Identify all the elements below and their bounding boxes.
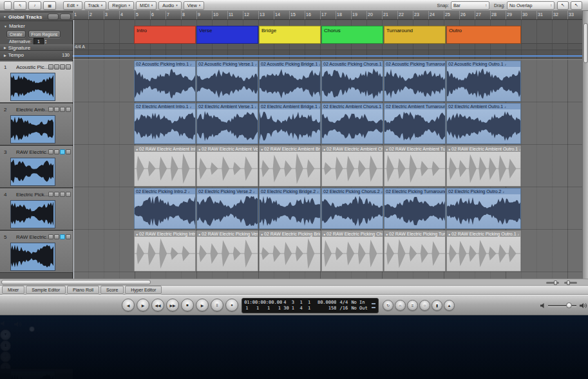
snap-dropdown[interactable]: Bar ↕ xyxy=(451,1,489,10)
catch-playhead-button[interactable]: ♪ xyxy=(28,1,41,10)
record-enable-button[interactable] xyxy=(48,234,53,239)
record-enable-button[interactable] xyxy=(48,149,53,154)
audio-region[interactable]: ●02 RAW Electric Ambient Bridge.1♪ xyxy=(259,145,321,187)
tempo-curve-line[interactable] xyxy=(73,55,582,57)
mute-button[interactable] xyxy=(60,234,65,239)
sync-button[interactable]: ▮ xyxy=(432,300,442,311)
audio-region[interactable]: 02 Acoustic Picking Outro.1♪ xyxy=(446,60,521,102)
mute-button[interactable] xyxy=(60,149,65,154)
protect-button[interactable] xyxy=(66,234,71,239)
audio-region[interactable]: 02 Electric Ambient Outro.1♪ xyxy=(446,103,521,144)
solo-button[interactable] xyxy=(54,149,59,154)
menu-region[interactable]: Region▾ xyxy=(108,1,134,10)
menu-view[interactable]: View▾ xyxy=(184,1,205,10)
marker-from-regions-button[interactable]: From Regions xyxy=(28,30,61,38)
rewind-button[interactable]: ◀◀ xyxy=(151,299,164,311)
audio-region[interactable]: 02 Electric Picking Turnaround.2♪ xyxy=(384,188,446,229)
marker-create-button[interactable]: Create xyxy=(6,30,26,38)
horizontal-scrollbar[interactable] xyxy=(0,279,588,285)
protect-button[interactable] xyxy=(66,192,71,197)
vertical-zoom-slider[interactable] xyxy=(564,282,577,284)
audio-region[interactable]: ●02 RAW Electric Ambient Verse.1♪ xyxy=(196,145,258,187)
replace-button[interactable]: ≡ xyxy=(407,300,418,311)
audio-region[interactable]: ●02 RAW Electric Ambient Outro.1♪ xyxy=(446,145,521,187)
audio-region[interactable]: 02 Acoustic Picking Intro.1♪ xyxy=(134,60,196,102)
go-to-beginning-button[interactable]: ◀ xyxy=(122,299,135,311)
tempo-lane[interactable] xyxy=(73,50,582,60)
audio-region[interactable]: 02 Electric Ambient Turnaround.1♪ xyxy=(384,103,446,144)
mute-button[interactable] xyxy=(60,192,65,197)
protect-button[interactable] xyxy=(66,64,71,69)
locators-display[interactable]: 4 3 1 130 1 4 1 xyxy=(282,300,312,311)
audio-region[interactable]: ●02 RAW Electric Picking Outro.1♪ xyxy=(446,230,521,272)
audio-region[interactable]: 02 Acoustic Picking Verse.1♪ xyxy=(196,60,258,102)
position-display[interactable]: 01:00:00:00.001 1 1 1 xyxy=(244,300,282,311)
protect-button[interactable] xyxy=(66,107,71,112)
vertical-scrollbar-thumb[interactable] xyxy=(583,23,588,63)
midi-in-button[interactable]: ▦ xyxy=(43,1,56,10)
audio-region[interactable]: 02 Acoustic Picking Turnaround.1♪ xyxy=(384,60,446,102)
horizontal-scrollbar-thumb[interactable] xyxy=(1,280,151,284)
tab-piano-roll[interactable]: Piano Roll xyxy=(67,286,99,294)
marker-bridge[interactable]: Bridge xyxy=(259,26,321,44)
stop-button[interactable]: ■ xyxy=(181,299,194,311)
track-header-5[interactable]: 5RAW Electric... xyxy=(0,231,73,273)
marker-outro[interactable]: Outro xyxy=(446,26,521,44)
window-handle-button[interactable] xyxy=(4,1,12,10)
tempo-track-header[interactable]: ▶ Tempo 130 xyxy=(0,51,73,60)
record-enable-button[interactable] xyxy=(48,64,53,69)
command-click-tool-button[interactable]: ↖ xyxy=(571,1,582,10)
menu-audio[interactable]: Audio▾ xyxy=(158,1,181,10)
tab-mixer[interactable]: Mixer xyxy=(2,286,24,294)
marker-intro[interactable]: Intro xyxy=(134,26,196,44)
track-header-4[interactable]: 4Electric Pick... xyxy=(0,189,73,230)
volume-slider[interactable] xyxy=(548,305,576,307)
alternative-stepper[interactable]: ▲▼ xyxy=(44,39,47,44)
cycle-button[interactable]: ↻ xyxy=(383,300,394,311)
audio-region[interactable]: ●02 RAW Electric Picking Chorus.1♪ xyxy=(321,230,383,272)
solo-button[interactable] xyxy=(54,107,59,112)
solo-button[interactable] xyxy=(54,64,59,69)
left-click-tool-button[interactable]: ↖ xyxy=(557,1,569,10)
autopunch-button[interactable]: ∩ xyxy=(395,300,406,311)
horizontal-zoom-slider[interactable] xyxy=(546,282,559,284)
menu-midi[interactable]: MIDI▾ xyxy=(136,1,156,10)
audio-region[interactable]: ●02 RAW Electric Picking Bridge.1♪ xyxy=(259,230,321,272)
audio-region[interactable]: ●02 RAW Electric Ambient Turnaround.1♪ xyxy=(384,145,446,187)
mute-button[interactable] xyxy=(60,64,65,69)
marker-turnaround[interactable]: Turnaround xyxy=(384,26,446,44)
mute-button[interactable] xyxy=(60,107,65,112)
audio-region[interactable]: 02 Electric Ambient Chorus.1♪ xyxy=(321,103,383,144)
track-header-1[interactable]: 1Acoustic Pic... xyxy=(0,61,73,103)
menu-edit[interactable]: Edit▾ xyxy=(63,1,82,10)
metronome-button[interactable]: ▲ xyxy=(444,300,455,311)
marker-track-header[interactable]: ▼ Marker xyxy=(4,23,25,29)
tab-sample-editor[interactable]: Sample Editor xyxy=(26,286,66,294)
marker-lane[interactable]: IntroVerseBridgeChorusTurnaroundOutro xyxy=(73,20,582,44)
arrange-area[interactable]: 02 Acoustic Picking Intro.1♪02 Acoustic … xyxy=(73,60,582,279)
audio-region[interactable]: ●02 RAW Electric Picking Intro.1♪ xyxy=(134,230,196,272)
record-enable-button[interactable] xyxy=(48,192,53,197)
solo-button[interactable] xyxy=(54,234,59,239)
audio-region[interactable]: 02 Electric Picking Intro.2♪ xyxy=(134,188,196,229)
audio-region[interactable]: 02 Electric Ambient Verse.1♪ xyxy=(196,103,258,144)
forward-button[interactable]: ▶▶ xyxy=(166,299,179,311)
midi-activity-display[interactable]: No InNo Out xyxy=(351,300,371,311)
marker-chorus[interactable]: Chorus xyxy=(321,26,383,44)
drag-dropdown[interactable]: No Overlap ↕ xyxy=(507,1,555,10)
protect-button[interactable] xyxy=(66,149,71,154)
track-header-2[interactable]: 2Electric Amb... xyxy=(0,104,73,145)
audio-region[interactable]: 02 Electric Picking Verse.2♪ xyxy=(196,188,258,229)
signature-division-display[interactable]: 4/4/16 xyxy=(336,300,351,311)
menu-track[interactable]: Track▾ xyxy=(84,1,107,10)
audio-region[interactable]: ●02 RAW Electric Ambient Chorus.1♪ xyxy=(321,145,383,187)
solo-button[interactable]: ○ xyxy=(419,300,430,311)
audio-region[interactable]: ●02 RAW Electric Picking Turnaround.1♪ xyxy=(384,230,446,272)
tempo-value[interactable]: 130 xyxy=(62,53,70,57)
signature-lane[interactable]: 4/4 A xyxy=(73,44,582,50)
audio-region[interactable]: 02 Electric Picking Outro.2♪ xyxy=(446,188,521,229)
global-tracks-display-button[interactable] xyxy=(48,14,59,20)
signature-track-header[interactable]: ▶ Signature xyxy=(0,44,73,51)
audio-region[interactable]: ●02 RAW Electric Ambient Intro.1♪ xyxy=(134,145,196,187)
volume-slider-knob[interactable] xyxy=(566,302,572,308)
